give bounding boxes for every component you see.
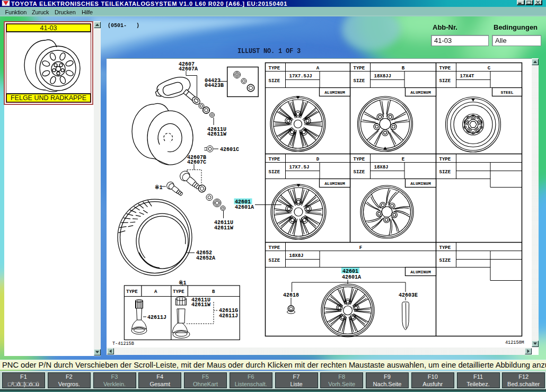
svg-text:TYPE: TYPE	[354, 66, 365, 71]
svg-text:42601A: 42601A	[342, 274, 361, 280]
svg-text:ALUMINUM: ALUMINUM	[410, 270, 431, 274]
svg-text:42611J: 42611J	[147, 315, 166, 320]
svg-text:TYPE: TYPE	[269, 66, 280, 71]
svg-text:TYPE: TYPE	[439, 66, 451, 71]
svg-text:04423B: 04423B	[205, 83, 224, 88]
svg-text:17X7.5J: 17X7.5J	[289, 165, 310, 170]
svg-text:※1: ※1	[179, 280, 186, 286]
svg-text:42611W: 42611W	[207, 131, 226, 137]
svg-text:42601C: 42601C	[220, 147, 239, 153]
svg-text:A: A	[316, 66, 320, 71]
svg-text:42618: 42618	[283, 292, 299, 298]
svg-text:SIZE: SIZE	[354, 170, 365, 175]
svg-text:42601: 42601	[342, 269, 358, 274]
svg-text:F: F	[359, 245, 362, 251]
svg-text:A: A	[154, 289, 157, 295]
svg-text:42607C: 42607C	[187, 159, 206, 165]
svg-text:TYPE: TYPE	[269, 157, 280, 162]
svg-text:T-41215B: T-41215B	[112, 341, 134, 346]
svg-text:17X4T: 17X4T	[460, 74, 475, 79]
svg-text:※1: ※1	[155, 184, 162, 191]
svg-text:17X7.5JJ: 17X7.5JJ	[289, 74, 312, 79]
svg-text:TYPE: TYPE	[439, 245, 451, 251]
svg-text:TYPE: TYPE	[269, 245, 280, 251]
svg-text:42601A: 42601A	[235, 204, 254, 210]
svg-text:18X8J: 18X8J	[289, 253, 304, 259]
svg-text:18X8J: 18X8J	[374, 165, 389, 170]
svg-text:ALUMINUM: ALUMINUM	[410, 90, 431, 95]
svg-text:TYPE: TYPE	[126, 289, 138, 295]
svg-text:B: B	[212, 289, 215, 295]
svg-text:ALUMINUM: ALUMINUM	[324, 181, 345, 186]
svg-text:42607A: 42607A	[179, 66, 198, 72]
svg-text:42611W: 42611W	[214, 225, 233, 231]
svg-text:42611J: 42611J	[219, 313, 238, 319]
svg-text:18X8JJ: 18X8JJ	[374, 74, 391, 79]
svg-text:B: B	[402, 66, 405, 71]
svg-text:SIZE: SIZE	[269, 258, 280, 263]
svg-text:SIZE: SIZE	[269, 170, 280, 175]
svg-text:412150M: 412150M	[505, 340, 524, 345]
svg-text:SIZE: SIZE	[439, 78, 451, 84]
svg-text:E: E	[402, 157, 405, 162]
svg-text:ALUMINUM: ALUMINUM	[324, 90, 345, 95]
svg-text:TYPE: TYPE	[173, 289, 184, 295]
svg-text:42652A: 42652A	[196, 255, 215, 261]
svg-text:TYPE: TYPE	[439, 157, 451, 162]
svg-text:SIZE: SIZE	[354, 78, 365, 84]
svg-text:SIZE: SIZE	[439, 258, 451, 263]
svg-text:SIZE: SIZE	[439, 170, 451, 175]
svg-text:SIZE: SIZE	[269, 78, 280, 84]
svg-text:42603E: 42603E	[399, 292, 418, 298]
svg-text:D: D	[316, 157, 320, 162]
svg-text:42611W: 42611W	[191, 302, 210, 308]
svg-text:TYPE: TYPE	[354, 157, 365, 162]
svg-text:ALUMINUM: ALUMINUM	[410, 181, 431, 186]
svg-text:STEEL: STEEL	[500, 90, 513, 95]
svg-text:C: C	[488, 66, 491, 71]
